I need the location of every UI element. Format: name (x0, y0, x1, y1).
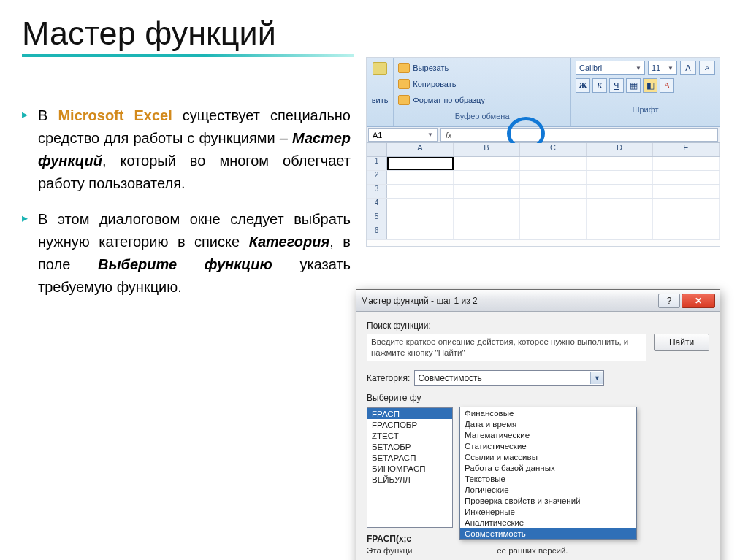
formula-bar[interactable]: fx (440, 128, 718, 142)
cell[interactable] (387, 171, 454, 184)
list-item[interactable]: FРАСПОБР (367, 419, 452, 430)
category-dropdown-list[interactable]: Финансовые Дата и время Математические С… (459, 407, 637, 540)
list-item[interactable]: Инженерные (460, 506, 636, 517)
cell[interactable] (587, 185, 653, 198)
cell[interactable] (387, 212, 454, 226)
list-item[interactable]: Дата и время (460, 418, 636, 429)
font-color-button[interactable]: A (660, 78, 674, 93)
italic-button[interactable]: К (592, 78, 607, 93)
list-item[interactable]: ВЕЙБУЛЛ (367, 474, 452, 485)
cell[interactable] (454, 157, 520, 170)
cell[interactable] (520, 185, 587, 198)
column-header[interactable]: A (387, 143, 454, 156)
list-item[interactable]: Ссылки и массивы (460, 451, 636, 462)
border-button[interactable]: ▦ (626, 78, 641, 93)
function-wizard-dialog: Мастер функций - шаг 1 из 2 ? ✕ Поиск фу… (356, 289, 720, 560)
font-size-value: 11 (652, 64, 660, 72)
cell[interactable] (387, 226, 454, 239)
font-size-combo[interactable]: 11▼ (648, 61, 677, 75)
underline-button[interactable]: Ч (609, 78, 624, 93)
cell[interactable] (653, 171, 720, 184)
cell[interactable] (653, 212, 720, 226)
row-header[interactable]: 5 (367, 212, 387, 226)
category-value: Совместимость (418, 373, 481, 383)
cell[interactable] (587, 199, 653, 212)
cell[interactable] (387, 185, 454, 198)
cell[interactable] (520, 212, 587, 226)
close-button[interactable]: ✕ (682, 294, 715, 308)
paragraph-2: В этом диалоговом окне следует выбрать н… (22, 208, 351, 299)
cell[interactable] (653, 226, 720, 239)
dialog-titlebar[interactable]: Мастер функций - шаг 1 из 2 ? ✕ (356, 290, 720, 312)
list-item[interactable]: Текстовые (460, 473, 636, 484)
row-header[interactable]: 1 (367, 157, 387, 170)
name-box-value: A1 (373, 131, 382, 139)
fx-icon[interactable]: fx (446, 131, 452, 139)
highlight-app-name: Microsoft Excel (58, 107, 172, 123)
cell[interactable] (653, 185, 720, 198)
format-painter-button[interactable]: Формат по образцу (413, 96, 485, 104)
copy-button[interactable]: Копировать (413, 80, 456, 88)
cell[interactable] (520, 157, 587, 170)
category-combo[interactable]: Совместимость ▼ (414, 370, 604, 386)
help-button[interactable]: ? (658, 294, 680, 308)
row-header[interactable]: 2 (367, 171, 387, 184)
cell[interactable] (653, 157, 720, 170)
search-input[interactable]: Введите краткое описание действия, котор… (367, 334, 646, 361)
cell[interactable] (587, 212, 653, 226)
cell[interactable] (454, 199, 520, 212)
list-item[interactable]: Работа с базой данных (460, 462, 636, 473)
spreadsheet-grid[interactable]: A B C D E 1 2 3 4 5 6 (367, 143, 720, 240)
cell[interactable] (520, 199, 587, 212)
list-item[interactable]: ZТЕСТ (367, 430, 452, 441)
cell[interactable] (454, 185, 520, 198)
cell[interactable] (587, 157, 653, 170)
cell[interactable] (454, 226, 520, 239)
fill-color-button[interactable]: ◧ (643, 78, 657, 93)
format-painter-icon[interactable] (398, 95, 410, 105)
shrink-font-button[interactable]: A (699, 61, 715, 75)
cut-button[interactable]: Вырезать (413, 64, 449, 72)
cell[interactable] (387, 199, 454, 212)
paragraph-1: В Microsoft Excel существует специально … (22, 104, 351, 195)
list-item[interactable]: Аналитические (460, 517, 636, 528)
row-header[interactable]: 3 (367, 185, 387, 198)
function-description: Эта функци xxxxxxxxxxxxxxxxxxx ее ранних… (367, 545, 709, 556)
list-item[interactable]: Финансовые (460, 407, 636, 418)
scissors-icon[interactable] (398, 63, 410, 73)
grow-font-button[interactable]: A (680, 61, 696, 75)
list-item[interactable]: Математические (460, 429, 636, 440)
list-item[interactable]: Совместимость (460, 528, 636, 539)
cell[interactable] (454, 212, 520, 226)
row-header[interactable]: 4 (367, 199, 387, 212)
cell[interactable] (587, 171, 653, 184)
font-name-combo[interactable]: Calibri▼ (576, 61, 645, 75)
select-all-corner[interactable] (367, 143, 387, 156)
list-item[interactable]: Проверка свойств и значений (460, 495, 636, 506)
cell[interactable] (454, 171, 520, 184)
cell[interactable] (520, 171, 587, 184)
list-item[interactable]: БИНОМРАСП (367, 463, 452, 474)
paste-icon[interactable] (373, 62, 387, 75)
cell[interactable] (520, 226, 587, 239)
list-item[interactable]: БЕТАОБР (367, 441, 452, 452)
chevron-down-icon[interactable]: ▼ (590, 372, 603, 384)
column-header[interactable]: E (653, 143, 720, 156)
copy-icon[interactable] (398, 79, 410, 89)
ribbon-paste-section: вить (367, 58, 394, 126)
bold-button[interactable]: Ж (576, 78, 590, 93)
cell[interactable] (387, 157, 454, 170)
column-header[interactable]: C (520, 143, 587, 156)
cell[interactable] (653, 199, 720, 212)
column-header[interactable]: D (587, 143, 653, 156)
find-button[interactable]: Найти (654, 334, 709, 351)
list-item[interactable]: Логические (460, 484, 636, 495)
list-item[interactable]: БЕТАРАСП (367, 452, 452, 463)
cell[interactable] (587, 226, 653, 239)
list-item[interactable]: Статистические (460, 440, 636, 451)
function-listbox[interactable]: FРАСП FРАСПОБР ZТЕСТ БЕТАОБР БЕТАРАСП БИ… (367, 407, 453, 528)
name-box[interactable]: A1▼ (368, 128, 438, 142)
column-header[interactable]: B (454, 143, 520, 156)
list-item[interactable]: FРАСП (367, 408, 452, 419)
row-header[interactable]: 6 (367, 226, 387, 239)
